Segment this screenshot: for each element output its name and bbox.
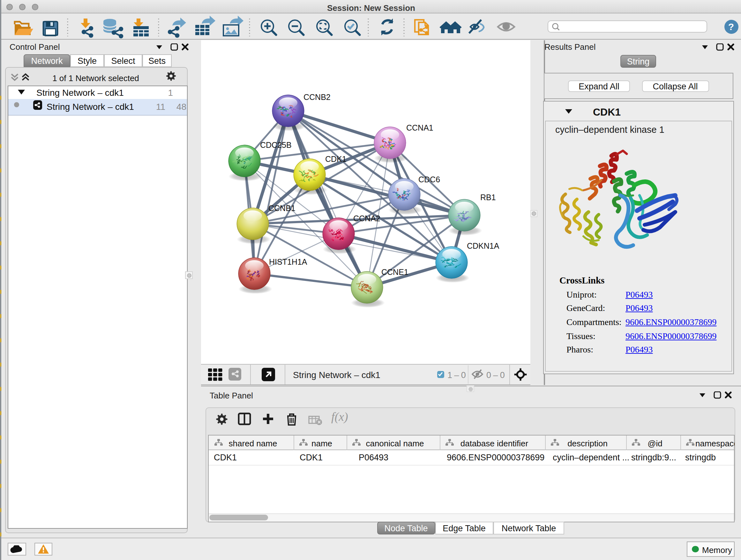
svg-text:CCNA1: CCNA1 <box>406 123 433 132</box>
svg-text:CDKN1A: CDKN1A <box>467 241 499 250</box>
svg-text:CCNB2: CCNB2 <box>303 92 330 101</box>
svg-text:HIST1H1A: HIST1H1A <box>269 257 307 266</box>
svg-text:RB1: RB1 <box>480 192 495 201</box>
svg-text:CDC25B: CDC25B <box>260 140 291 149</box>
svg-text:CCNB1: CCNB1 <box>268 203 295 212</box>
svg-text:CCNE1: CCNE1 <box>381 267 408 276</box>
svg-text:CDC6: CDC6 <box>418 175 440 184</box>
svg-text:CCNA2: CCNA2 <box>353 213 380 223</box>
svg-text:CDK1: CDK1 <box>325 154 346 163</box>
